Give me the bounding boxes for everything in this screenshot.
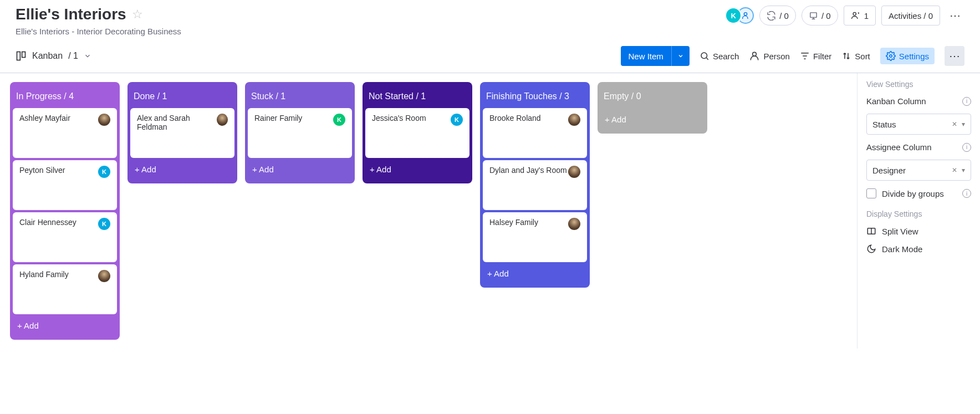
column-header[interactable]: Stuck / 1 [248, 85, 352, 108]
svg-rect-3 [17, 52, 21, 60]
column-header[interactable]: Finishing Touches / 3 [483, 85, 587, 108]
kanban-card[interactable]: Peyton SilverK [13, 160, 117, 210]
assignee-avatar[interactable] [98, 270, 110, 282]
chevron-down-icon[interactable]: ▾ [962, 166, 965, 174]
members-button[interactable]: 1 [844, 6, 876, 25]
info-icon[interactable]: i [962, 97, 971, 106]
assignee-avatar[interactable] [568, 114, 580, 126]
kanban-card[interactable]: Rainer FamilyK [248, 108, 352, 158]
search-icon [700, 51, 710, 61]
kanban-card[interactable]: Halsey Family [483, 212, 587, 262]
add-card-button[interactable]: + Add [365, 158, 469, 181]
sort-label: Sort [855, 52, 870, 61]
kanban-card[interactable]: Brooke Roland [483, 108, 587, 158]
activities-button[interactable]: Activities / 0 [881, 6, 940, 25]
divide-by-groups-checkbox[interactable] [866, 188, 876, 198]
card-title: Ashley Mayfair [19, 114, 70, 122]
divide-by-groups-label: Divide by groups [882, 189, 944, 198]
dark-mode-option[interactable]: Dark Mode [866, 244, 971, 254]
assignee-column-value: Designer [872, 166, 906, 175]
add-card-button[interactable]: + Add [483, 262, 587, 285]
kanban-column: Not Started / 1Jessica's RoomK+ Add [363, 82, 472, 183]
display-settings-heading: Display Settings [866, 209, 971, 218]
kanban-icon [16, 50, 27, 62]
new-item-label: New Item [621, 46, 672, 66]
new-item-dropdown-icon[interactable] [672, 46, 690, 66]
card-title: Alex and Sarah Feldman [137, 114, 217, 131]
board-title[interactable]: Ellie's Interiors [16, 6, 126, 23]
kanban-column-value: Status [872, 120, 896, 129]
card-title: Peyton Silver [19, 166, 65, 175]
add-card-button[interactable]: + Add [600, 108, 705, 131]
assignee-avatar[interactable]: K [98, 166, 110, 178]
assignee-column-label: Assignee Column [866, 142, 932, 152]
assignee-avatar[interactable] [568, 218, 580, 230]
column-header[interactable]: In Progress / 4 [13, 85, 117, 108]
search-tool[interactable]: Search [700, 51, 739, 61]
kanban-card[interactable]: Hyland Family [13, 264, 117, 314]
assignee-column-select[interactable]: Designer ✕▾ [866, 160, 971, 181]
kanban-card[interactable]: Dylan and Jay's Room [483, 160, 587, 210]
gear-icon [886, 51, 896, 61]
assignee-avatar[interactable]: K [98, 218, 110, 230]
add-card-button[interactable]: + Add [130, 158, 234, 181]
column-header[interactable]: Not Started / 1 [365, 85, 469, 108]
add-card-button[interactable]: + Add [248, 158, 352, 181]
card-title: Clair Hennessey [19, 218, 76, 227]
toolbar-more-icon[interactable]: ⋯ [945, 46, 964, 66]
kanban-board: In Progress / 4Ashley MayfairPeyton Silv… [0, 73, 857, 349]
kanban-card[interactable]: Jessica's RoomK [365, 108, 469, 158]
board-more-icon[interactable]: ⋯ [946, 6, 964, 25]
kanban-card[interactable]: Alex and Sarah Feldman [130, 108, 234, 158]
clear-icon[interactable]: ✕ [952, 166, 957, 174]
kanban-column: Finishing Touches / 3Brooke RolandDylan … [480, 82, 590, 288]
card-title: Halsey Family [489, 218, 538, 227]
kanban-column: Done / 1Alex and Sarah Feldman+ Add [127, 82, 237, 183]
filter-label: Filter [813, 52, 831, 61]
kanban-column-label: Kanban Column [866, 96, 926, 106]
search-label: Search [713, 52, 739, 61]
view-selector[interactable]: Kanban / 1 [16, 50, 91, 62]
settings-tool[interactable]: Settings [880, 48, 935, 64]
svg-rect-4 [22, 52, 25, 58]
filter-tool[interactable]: Filter [800, 51, 831, 61]
integrations-counter[interactable]: / 0 [802, 6, 838, 25]
info-icon[interactable]: i [962, 189, 971, 198]
card-title: Dylan and Jay's Room [489, 166, 567, 175]
add-card-button[interactable]: + Add [13, 314, 117, 337]
members-count-label: 1 [864, 11, 869, 21]
kanban-card[interactable]: Ashley Mayfair [13, 108, 117, 158]
svg-point-5 [701, 53, 707, 59]
kanban-column: Stuck / 1Rainer FamilyK+ Add [245, 82, 355, 183]
assignee-avatar[interactable] [568, 166, 580, 178]
dark-mode-label: Dark Mode [882, 244, 922, 254]
avatar-group[interactable]: K [725, 7, 754, 24]
star-icon[interactable]: ☆ [132, 7, 143, 22]
split-view-label: Split View [882, 227, 918, 236]
kanban-card[interactable]: Clair HennesseyK [13, 212, 117, 262]
assignee-avatar[interactable] [98, 114, 110, 126]
person-label: Person [763, 52, 790, 61]
automation-counter[interactable]: / 0 [759, 6, 796, 25]
view-count: / 1 [68, 51, 78, 61]
clear-icon[interactable]: ✕ [952, 120, 957, 128]
column-header[interactable]: Done / 1 [130, 85, 234, 108]
assignee-avatar[interactable] [217, 114, 228, 126]
info-icon[interactable]: i [962, 143, 971, 152]
svg-point-7 [890, 55, 892, 58]
assignee-avatar[interactable]: K [451, 114, 463, 126]
new-item-button[interactable]: New Item [621, 46, 690, 66]
sort-tool[interactable]: Sort [841, 51, 870, 61]
view-name: Kanban [32, 51, 63, 61]
svg-point-6 [753, 52, 757, 56]
column-header[interactable]: Empty / 0 [600, 85, 705, 108]
moon-icon [866, 244, 876, 254]
split-view-option[interactable]: Split View [866, 226, 971, 236]
kanban-column: In Progress / 4Ashley MayfairPeyton Silv… [10, 82, 120, 340]
settings-label: Settings [899, 52, 929, 61]
kanban-column-select[interactable]: Status ✕▾ [866, 114, 971, 135]
assignee-avatar[interactable]: K [333, 114, 345, 126]
svg-rect-1 [810, 12, 816, 17]
person-tool[interactable]: Person [749, 50, 790, 62]
chevron-down-icon[interactable]: ▾ [962, 120, 965, 128]
